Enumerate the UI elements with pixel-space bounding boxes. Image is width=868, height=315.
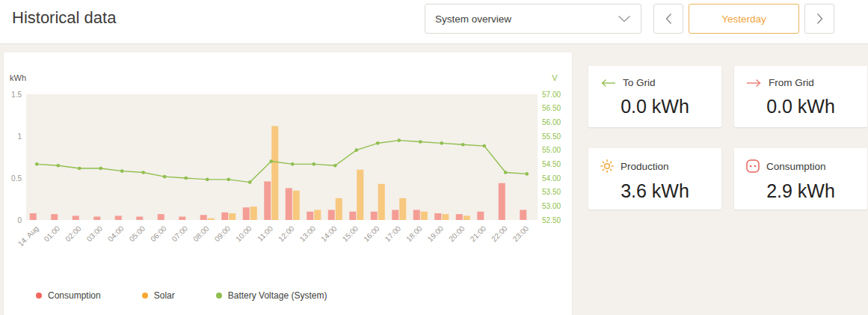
card-head: Consumption: [746, 159, 855, 173]
svg-text:10:00: 10:00: [234, 224, 253, 243]
card-head: Production: [600, 159, 710, 173]
view-selector[interactable]: System overview: [425, 4, 641, 34]
page-title: Historical data: [12, 4, 116, 32]
svg-text:57.00: 57.00: [542, 91, 561, 99]
svg-text:22:00: 22:00: [490, 224, 509, 243]
card-value: 0.0 kWh: [746, 96, 855, 117]
svg-text:V: V: [552, 73, 558, 82]
legend-label: Solar: [154, 290, 175, 301]
card-label: To Grid: [623, 77, 656, 88]
chart-panel: kWhV00.511.557.0056.5056.0055.5055.0054.…: [4, 52, 572, 315]
svg-text:02:00: 02:00: [64, 224, 83, 243]
svg-text:05:00: 05:00: [128, 224, 147, 243]
svg-text:15:00: 15:00: [341, 224, 360, 243]
arrow-left-icon: [600, 79, 616, 88]
svg-text:56.50: 56.50: [542, 104, 561, 112]
legend-dot: [142, 293, 148, 299]
card-label: From Grid: [769, 77, 814, 88]
legend-item[interactable]: Consumption: [36, 290, 101, 301]
summary-cards: To Grid 0.0 kWh From Grid 0.0 kWh: [588, 66, 867, 315]
chevron-left-icon: [665, 13, 672, 25]
svg-text:04:00: 04:00: [106, 224, 126, 243]
svg-text:14. Aug: 14. Aug: [16, 224, 40, 248]
svg-text:54.50: 54.50: [542, 160, 561, 168]
card-head: To Grid: [600, 77, 710, 88]
svg-text:03:00: 03:00: [85, 224, 105, 243]
outlet-icon: [746, 159, 760, 173]
prev-period-button[interactable]: [653, 4, 683, 34]
card-consumption: Consumption 2.9 kWh: [734, 148, 867, 210]
sun-icon: [600, 159, 614, 173]
svg-text:14:00: 14:00: [319, 224, 339, 243]
svg-text:01:00: 01:00: [43, 224, 62, 243]
svg-text:1.5: 1.5: [11, 91, 22, 99]
svg-text:55.00: 55.00: [542, 146, 561, 154]
svg-text:09:00: 09:00: [213, 224, 233, 243]
card-head: From Grid: [746, 77, 855, 88]
svg-text:0.5: 0.5: [11, 174, 22, 183]
legend-item[interactable]: Battery Voltage (System): [216, 290, 327, 301]
svg-text:08:00: 08:00: [191, 224, 211, 243]
card-value: 2.9 kWh: [746, 180, 855, 202]
next-period-button[interactable]: [804, 4, 834, 34]
svg-text:56.00: 56.00: [542, 118, 561, 126]
header: Historical data System overview Yesterda…: [0, 0, 868, 44]
svg-text:19:00: 19:00: [426, 224, 446, 243]
svg-text:11:00: 11:00: [256, 224, 274, 242]
svg-text:53.00: 53.00: [542, 202, 561, 210]
svg-text:20:00: 20:00: [447, 224, 467, 243]
historical-chart-canvas: kWhV00.511.557.0056.5056.0055.5055.0054.…: [4, 64, 572, 289]
svg-text:17:00: 17:00: [384, 224, 403, 243]
svg-text:1: 1: [17, 132, 22, 141]
svg-text:53.50: 53.50: [542, 188, 561, 196]
card-value: 3.6 kWh: [600, 180, 710, 202]
legend-label: Battery Voltage (System): [228, 290, 327, 301]
card-label: Consumption: [766, 161, 826, 172]
legend-dot: [36, 293, 42, 299]
svg-text:13:00: 13:00: [298, 224, 318, 243]
svg-text:12:00: 12:00: [277, 224, 296, 243]
svg-text:kWh: kWh: [10, 73, 26, 82]
legend-item[interactable]: Solar: [142, 290, 175, 301]
legend-dot: [216, 293, 222, 299]
card-label: Production: [621, 161, 669, 172]
header-controls: System overview Yesterday: [425, 4, 834, 34]
period-button[interactable]: Yesterday: [689, 4, 799, 34]
chart-legend: ConsumptionSolarBattery Voltage (System): [4, 290, 572, 301]
content: kWhV00.511.557.0056.5056.0055.5055.0054.…: [0, 44, 868, 315]
chevron-down-icon: [618, 15, 631, 22]
svg-text:0: 0: [17, 216, 22, 224]
chevron-right-icon: [816, 13, 823, 25]
card-to-grid: To Grid 0.0 kWh: [588, 66, 721, 127]
svg-text:54.00: 54.00: [542, 174, 561, 183]
svg-text:55.50: 55.50: [542, 132, 561, 141]
svg-text:06:00: 06:00: [149, 224, 168, 243]
arrow-right-icon: [746, 79, 762, 88]
card-value: 0.0 kWh: [600, 96, 710, 117]
card-from-grid: From Grid 0.0 kWh: [734, 66, 867, 127]
svg-text:18:00: 18:00: [404, 224, 424, 243]
svg-text:52.50: 52.50: [542, 216, 561, 224]
svg-text:07:00: 07:00: [170, 224, 190, 243]
svg-text:16:00: 16:00: [362, 224, 381, 243]
legend-label: Consumption: [48, 290, 101, 301]
svg-text:21:00: 21:00: [469, 224, 488, 243]
card-production: Production 3.6 kWh: [588, 148, 721, 210]
view-selector-value: System overview: [435, 13, 511, 25]
svg-text:23:00: 23:00: [511, 224, 531, 243]
